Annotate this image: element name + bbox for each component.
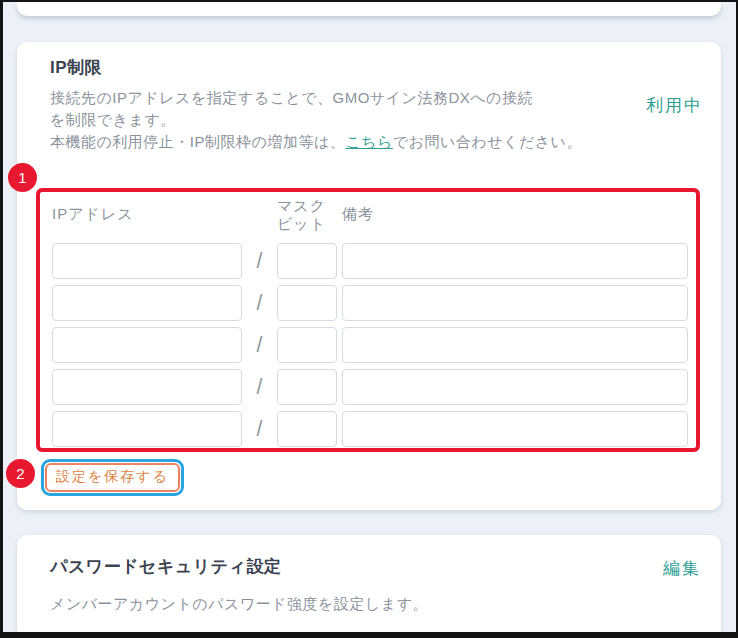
mask-bit-input[interactable] [277, 327, 337, 363]
note-input[interactable] [342, 243, 688, 279]
previous-card-bottom-edge [17, 2, 721, 16]
status-in-use-link[interactable]: 利用中 [646, 94, 703, 117]
note-input[interactable] [342, 285, 688, 321]
column-header-ip-address: IPアドレス [52, 205, 134, 223]
page-frame: IP制限 利用中 接続先のIPアドレスを指定することで、GMOサイン法務DXへの… [0, 0, 738, 638]
annotation-rect-2: 設定を保存する [41, 459, 184, 496]
table-row: / [52, 411, 688, 447]
password-security-title: パスワードセキュリティ設定 [50, 555, 281, 578]
slash-separator-icon: / [242, 368, 277, 406]
mask-bit-input[interactable] [277, 243, 337, 279]
note-input[interactable] [342, 327, 688, 363]
note-input[interactable] [342, 369, 688, 405]
mask-bit-input[interactable] [277, 411, 337, 447]
ip-address-input[interactable] [52, 327, 242, 363]
table-row: / [52, 327, 688, 363]
description-line1: 接続先のIPアドレスを指定することで、GMOサイン法務DXへの接続 [50, 89, 533, 106]
ip-restriction-card: IP制限 利用中 接続先のIPアドレスを指定することで、GMOサイン法務DXへの… [17, 42, 721, 510]
password-security-description: メンバーアカウントのパスワード強度を設定します。 [50, 595, 428, 614]
slash-separator-icon: / [242, 326, 277, 364]
description-line3-prefix: 本機能の利用停止・IP制限枠の増加等は、 [50, 133, 345, 150]
save-settings-button[interactable]: 設定を保存する [45, 463, 180, 492]
column-header-mask-bit: マスクビット [277, 197, 331, 233]
table-row: / [52, 285, 688, 321]
slash-separator-icon: / [242, 284, 277, 322]
mask-bit-input[interactable] [277, 285, 337, 321]
column-header-note: 備考 [342, 205, 374, 223]
description-line3-suffix: でお問い合わせください。 [393, 133, 582, 150]
note-input[interactable] [342, 411, 688, 447]
table-row: / [52, 243, 688, 279]
annotation-marker-2: 2 [6, 459, 35, 488]
password-edit-link[interactable]: 編集 [663, 557, 701, 580]
ip-address-input[interactable] [52, 285, 242, 321]
slash-separator-icon: / [242, 242, 277, 280]
table-row: / [52, 369, 688, 405]
ip-address-input[interactable] [52, 411, 242, 447]
password-security-card: パスワードセキュリティ設定 編集 メンバーアカウントのパスワード強度を設定します… [17, 535, 721, 632]
ip-address-input[interactable] [52, 243, 242, 279]
description-line2: を制限できます。 [50, 111, 176, 128]
annotation-marker-1: 1 [8, 163, 37, 192]
slash-separator-icon: / [242, 410, 277, 448]
contact-here-link[interactable]: こちら [345, 133, 393, 150]
ip-table-rows: / / / / / [52, 243, 688, 453]
mask-bit-input[interactable] [277, 369, 337, 405]
ip-restriction-title: IP制限 [50, 56, 102, 79]
ip-restriction-description: 接続先のIPアドレスを指定することで、GMOサイン法務DXへの接続 を制限できま… [50, 87, 582, 153]
ip-address-input[interactable] [52, 369, 242, 405]
